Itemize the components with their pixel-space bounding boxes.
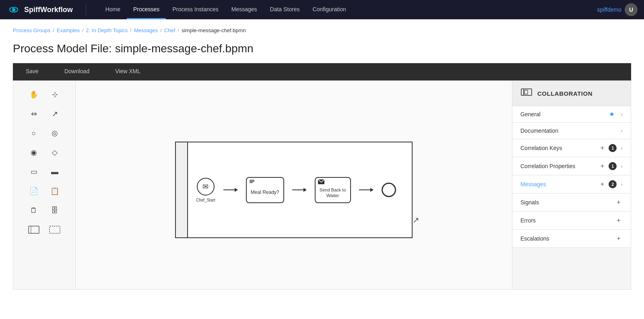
pool-lane-header [176, 142, 188, 237]
circle-empty-tool[interactable]: ○ [25, 124, 43, 142]
panel-item-correlation-keys[interactable]: Correlation Keys + 1 › [512, 139, 631, 157]
nav-messages[interactable]: Messages [225, 0, 264, 19]
escalations-actions: + [615, 235, 623, 243]
download-button[interactable]: Download [52, 63, 102, 80]
breadcrumb-sep-5: / [178, 27, 179, 33]
right-panel-header: COLLABORATION [512, 81, 631, 106]
nav-configuration[interactable]: Configuration [306, 0, 353, 19]
correlation-keys-add[interactable]: + [598, 144, 606, 152]
logo-text: SpiffWorkflow [24, 6, 73, 14]
meal-ready-task[interactable]: Meal Ready? [246, 177, 284, 203]
tool-row-3: ○ ◎ [17, 124, 72, 142]
panel-item-messages[interactable]: Messages + 2 › [512, 175, 631, 193]
hand-tool[interactable]: ✋ [25, 86, 43, 103]
start-event[interactable]: ✉ [197, 178, 215, 196]
circle-filled-tool[interactable]: ◉ [25, 144, 43, 161]
svg-rect-4 [250, 180, 254, 181]
rounded-rect-tool[interactable]: ▬ [46, 163, 64, 181]
right-panel-items: General › Documentation › Correlation Ke… [512, 106, 631, 248]
panel-item-signals[interactable]: Signals + [512, 193, 631, 212]
documentation-actions: › [619, 128, 623, 134]
tool-row-6: 📄 📋 [17, 182, 72, 200]
rect-tool[interactable]: ▭ [25, 163, 43, 181]
svg-rect-6 [250, 182, 253, 183]
lane-tool[interactable] [46, 221, 64, 239]
panel-item-general[interactable]: General › [512, 106, 631, 123]
breadcrumb-sep-2: / [82, 27, 84, 33]
panel-item-escalations[interactable]: Escalations + [512, 230, 631, 248]
correlation-keys-badge: 1 [609, 144, 617, 152]
lasso-tool[interactable]: ⊹ [46, 86, 64, 103]
general-actions: › [610, 111, 623, 117]
svg-point-0 [12, 8, 15, 11]
page-title: Process Model File: simple-message-chef.… [0, 37, 644, 63]
nav-process-instances[interactable]: Process Instances [166, 0, 225, 19]
errors-label: Errors [520, 217, 615, 224]
breadcrumb-chef[interactable]: Chef [164, 27, 175, 33]
nav-processes[interactable]: Processes [127, 0, 166, 19]
breadcrumb-messages[interactable]: Messages [134, 27, 158, 33]
avatar[interactable]: U [625, 3, 638, 16]
tool-panel: ✋ ⊹ ⇔ ↗ ○ ◎ ◉ ◇ ▭ ▬ 📄 📋 🗒 🗄 [13, 81, 76, 289]
correlation-properties-label: Correlation Properties [520, 163, 598, 169]
messages-add[interactable]: + [598, 180, 606, 188]
logo[interactable]: SpiffWorkflow [6, 2, 73, 17]
nav-links: Home Processes Process Instances Message… [99, 0, 353, 19]
toolbar: Save Download View XML [13, 63, 631, 80]
circle-thick-tool[interactable]: ◎ [46, 124, 64, 142]
general-chevron: › [621, 111, 623, 117]
errors-add[interactable]: + [615, 216, 623, 224]
panel-item-documentation[interactable]: Documentation › [512, 123, 631, 139]
messages-actions: + 2 › [598, 180, 623, 188]
breadcrumb-current: simple-message-chef.bpmn [182, 27, 246, 33]
svg-rect-10 [524, 90, 528, 94]
end-event[interactable] [382, 183, 396, 197]
view-xml-button[interactable]: View XML [102, 63, 153, 80]
send-back-task[interactable]: Send Back toWaiter [315, 177, 351, 203]
breadcrumb-sep-4: / [160, 27, 162, 33]
panel-item-correlation-properties[interactable]: Correlation Properties + 1 › [512, 157, 631, 175]
pool-tool[interactable] [25, 221, 43, 239]
general-label: General [520, 111, 610, 117]
messages-badge: 2 [609, 180, 617, 188]
envelope-icon: ✉ [202, 182, 208, 191]
breadcrumb-depth-topics[interactable]: 2. In Depth Topics [86, 27, 128, 33]
tool-row-2: ⇔ ↗ [17, 105, 72, 123]
connect-tool[interactable]: ⇔ [25, 105, 43, 123]
svg-rect-3 [50, 226, 60, 233]
signals-add[interactable]: + [615, 198, 623, 206]
tool-row-8 [17, 221, 72, 239]
database-tool[interactable]: 🗄 [46, 202, 64, 219]
breadcrumb-process-groups[interactable]: Process Groups [13, 27, 50, 33]
navbar: SpiffWorkflow Home Processes Process Ins… [0, 0, 644, 19]
cursor-indicator: ↗ [413, 215, 419, 225]
svg-rect-5 [250, 181, 254, 182]
correlation-keys-label: Correlation Keys [520, 145, 598, 151]
breadcrumb: Process Groups / Examples / 2. In Depth … [0, 19, 644, 37]
folded-page-tool[interactable]: 📋 [46, 182, 64, 200]
errors-actions: + [615, 216, 623, 224]
escalations-add[interactable]: + [615, 235, 623, 243]
main-canvas[interactable]: ✉ Chef_Start Meal Ready? [76, 81, 512, 289]
diagram-area: ✉ Chef_Start Meal Ready? [175, 142, 413, 238]
breadcrumb-examples[interactable]: Examples [57, 27, 80, 33]
meal-ready-label: Meal Ready? [251, 189, 279, 195]
signals-label: Signals [520, 199, 615, 206]
canvas-wrapper: ✋ ⊹ ⇔ ↗ ○ ◎ ◉ ◇ ▭ ▬ 📄 📋 🗒 🗄 [13, 80, 631, 290]
user-name: spiffdemo [597, 6, 621, 13]
documentation-label: Documentation [520, 128, 619, 134]
breadcrumb-sep-3: / [130, 27, 132, 33]
nav-home[interactable]: Home [99, 0, 127, 19]
diamond-tool[interactable]: ◇ [46, 144, 64, 161]
document-tool[interactable]: 📄 [25, 182, 43, 200]
breadcrumb-sep-1: / [53, 27, 54, 33]
arrow-tool[interactable]: ↗ [46, 105, 64, 123]
task-type-icon [249, 179, 255, 185]
panel-item-errors[interactable]: Errors + [512, 212, 631, 230]
note-tool[interactable]: 🗒 [25, 202, 43, 219]
correlation-properties-add[interactable]: + [598, 162, 606, 170]
tool-row-4: ◉ ◇ [17, 144, 72, 161]
signals-actions: + [615, 198, 623, 206]
nav-data-stores[interactable]: Data Stores [264, 0, 306, 19]
save-button[interactable]: Save [13, 63, 52, 80]
